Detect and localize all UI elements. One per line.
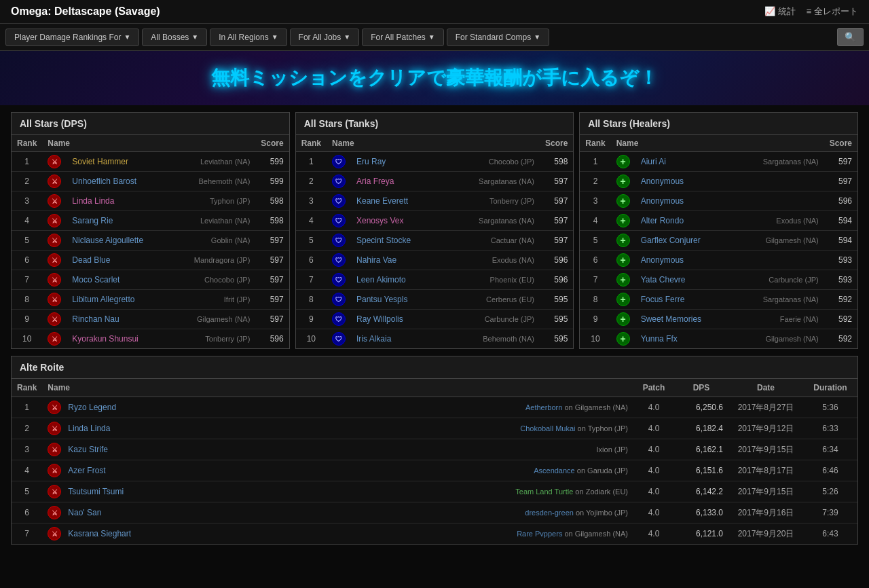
player-link[interactable]: Linda Linda xyxy=(72,196,114,206)
name-cell: Eru Ray Chocobo (JP) xyxy=(351,152,540,172)
server-text: Sargatanas (NA) xyxy=(479,177,534,185)
rank-cell: 1 xyxy=(580,152,610,172)
table-row: 3 🛡 Keane Everett Tonberry (JP) 597 xyxy=(296,191,574,211)
score-cell: 598 xyxy=(255,191,289,211)
player-link[interactable]: Leen Akimoto xyxy=(356,275,406,284)
player-link[interactable]: Libitum Allegretto xyxy=(72,295,134,304)
name-cell: ⚔ Tsutsumi Tsumi Team Land Turtle on Zod… xyxy=(42,481,633,502)
player-link[interactable]: Iris Alkaia xyxy=(356,334,391,344)
nav-standard-comps[interactable]: For Standard Comps ▼ xyxy=(447,29,549,46)
player-link[interactable]: Nao' San xyxy=(68,508,101,517)
player-link[interactable]: Pantsu Yespls xyxy=(356,295,407,304)
group-link[interactable]: Chokoball Mukai xyxy=(520,424,575,433)
server-text: Sargatanas (NA) xyxy=(479,217,534,225)
server-info: Chokoball Mukai on Typhon (JP) xyxy=(520,424,628,433)
rank-cell: 3 xyxy=(296,191,327,211)
player-link[interactable]: Focus Ferre xyxy=(641,295,685,304)
ar-duration-header: Duration xyxy=(803,379,857,397)
patch-cell: 4.0 xyxy=(633,439,674,460)
player-link[interactable]: Keane Everett xyxy=(356,196,408,206)
player-link[interactable]: Niclause Aigoullette xyxy=(72,236,143,245)
name-cell: Libitum Allegretto Ifrit (JP) xyxy=(67,290,255,310)
search-button[interactable]: 🔍 xyxy=(837,28,864,46)
server-text: Gilgamesh (NA) xyxy=(575,530,628,538)
group-link[interactable]: Team Land Turtle xyxy=(515,488,573,496)
player-link[interactable]: Kyorakun Shunsui xyxy=(72,334,138,344)
score-cell: 596 xyxy=(824,191,857,211)
player-link[interactable]: Ryzo Legend xyxy=(68,403,116,412)
server-text: Gilgamesh (NA) xyxy=(765,335,818,343)
job-icon: ⚔ xyxy=(48,485,61,498)
player-link[interactable]: Alter Rondo xyxy=(641,216,684,225)
player-link[interactable]: Ray Willpolis xyxy=(356,314,403,324)
score-cell: 593 xyxy=(824,251,857,270)
job-icon: 🛡 xyxy=(327,290,351,310)
rank-cell: 9 xyxy=(12,310,42,329)
nav-all-bosses[interactable]: All Bosses ▼ xyxy=(142,29,207,46)
table-row: 9 ⚔ Rinchan Nau Gilgamesh (NA) 597 xyxy=(12,310,289,329)
player-link[interactable]: Specint Stocke xyxy=(356,236,411,245)
nav-all-patches[interactable]: For All Patches ▼ xyxy=(362,29,444,46)
job-icon: 🛡 xyxy=(327,152,351,172)
patch-cell: 4.0 xyxy=(633,523,674,545)
table-row: 8 ⚔ Libitum Allegretto Ifrit (JP) 597 xyxy=(12,290,289,310)
name-cell: ⚔ Kasrana Sieghart Rare Pvppers on Gilga… xyxy=(42,523,633,545)
tanks-name-header: Name xyxy=(327,135,540,152)
rank-cell: 8 xyxy=(12,290,42,310)
rank-cell: 6 xyxy=(12,502,42,523)
server-text: Exodus (NA) xyxy=(492,256,534,264)
player-link[interactable]: Soviet Hammer xyxy=(72,157,128,166)
player-link[interactable]: Xenosys Vex xyxy=(356,216,403,225)
score-cell: 597 xyxy=(255,270,289,290)
player-link[interactable]: Yata Chevre xyxy=(641,275,686,284)
server-info: Rare Pvppers on Gilgamesh (NA) xyxy=(517,530,628,538)
date-cell: 2017年9月16日 xyxy=(728,502,803,523)
job-icon: + xyxy=(611,329,635,349)
rank-cell: 2 xyxy=(580,172,610,191)
date-cell: 2017年8月17日 xyxy=(728,460,803,481)
player-link[interactable]: Moco Scarlet xyxy=(72,275,119,284)
stats-link[interactable]: 📈 統計 xyxy=(764,5,796,18)
server-info: Ascendance on Garuda (JP) xyxy=(534,466,628,475)
score-cell: 599 xyxy=(255,172,289,191)
server-text: Cactuar (NA) xyxy=(491,236,534,244)
group-link[interactable]: Rare Pvppers xyxy=(517,530,562,538)
player-link[interactable]: Yunna Ffx xyxy=(641,334,678,344)
nav-all-jobs[interactable]: For All Jobs ▼ xyxy=(290,29,360,46)
player-link[interactable]: Azer Frost xyxy=(68,466,105,475)
group-link[interactable]: dresden-green xyxy=(525,509,574,517)
player-link[interactable]: Anonymous xyxy=(641,255,684,265)
player-link[interactable]: Nahira Vae xyxy=(356,255,396,265)
player-link[interactable]: Eru Ray xyxy=(356,157,386,166)
player-link[interactable]: Garflex Conjurer xyxy=(641,236,701,245)
nav-all-regions[interactable]: In All Regions ▼ xyxy=(210,29,286,46)
player-link[interactable]: Linda Linda xyxy=(68,424,110,433)
player-link[interactable]: Unhoeflich Barost xyxy=(72,177,136,186)
player-link[interactable]: Aria Freya xyxy=(356,177,394,186)
player-link[interactable]: Rinchan Nau xyxy=(72,314,119,324)
player-link[interactable]: Anonymous xyxy=(641,177,684,186)
job-icon: ⚔ xyxy=(42,290,67,310)
dps-cell: 6,121.0 xyxy=(674,523,728,545)
player-link[interactable]: Kazu Strife xyxy=(68,445,108,454)
dps-cell: 6,162.1 xyxy=(674,439,728,460)
nav-player-damage[interactable]: Player Damage Rankings For ▼ xyxy=(5,29,139,46)
group-link[interactable]: Ascendance xyxy=(534,466,575,475)
reports-link[interactable]: ≡ 全レポート xyxy=(807,5,858,18)
job-icon: ⚔ xyxy=(48,506,61,519)
player-link[interactable]: Sweet Memories xyxy=(641,314,701,324)
player-link[interactable]: Tsutsumi Tsumi xyxy=(68,487,124,496)
job-icon: ⚔ xyxy=(42,172,67,191)
player-link[interactable]: Dead Blue xyxy=(72,255,110,265)
group-link[interactable]: Aetherborn xyxy=(525,403,562,411)
rank-cell: 5 xyxy=(12,481,42,502)
player-link[interactable]: Sarang Rie xyxy=(72,216,113,225)
player-link[interactable]: Anonymous xyxy=(641,196,684,206)
player-link[interactable]: Kasrana Sieghart xyxy=(68,529,131,538)
name-cell: Aria Freya Sargatanas (NA) xyxy=(351,172,540,191)
table-row: 8 + Focus Ferre Sargatanas (NA) 592 xyxy=(580,290,857,310)
name-cell: Anonymous xyxy=(635,251,824,270)
score-cell: 598 xyxy=(255,211,289,231)
player-link[interactable]: Aiuri Ai xyxy=(641,157,666,166)
healers-title: All Stars (Healers) xyxy=(580,113,857,135)
